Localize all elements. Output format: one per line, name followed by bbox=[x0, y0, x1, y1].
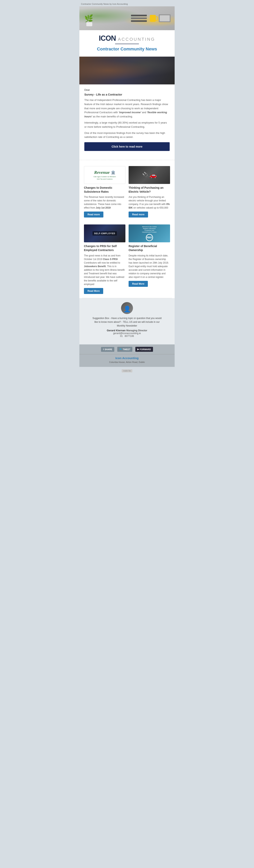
logo-bold: ICON bbox=[99, 34, 116, 42]
logo-underline bbox=[115, 44, 139, 44]
mug-icon bbox=[150, 15, 156, 22]
ev-read-more-button[interactable]: Read more bbox=[129, 212, 148, 217]
dear-text: Dear bbox=[84, 88, 170, 91]
laptop-icon bbox=[159, 14, 171, 22]
article-prsi-self-employed: SELF-EMPLOYED Changes to PRSI for Self E… bbox=[82, 224, 127, 296]
revenue-sub-text: Cáin agus Custaim na hÉireannIrish Tax a… bbox=[94, 176, 116, 180]
rbo-circle-icon: RBO bbox=[146, 234, 153, 241]
article-electric-vehicle: 🔌🚗 Thinking of Purchasing an Electric Ve… bbox=[127, 166, 172, 219]
intro-para1: The rise of Independent Professional Con… bbox=[84, 98, 170, 119]
share-button[interactable]: f SHARE bbox=[101, 347, 114, 352]
forward-icon: ▶ bbox=[137, 348, 139, 350]
revenue-image: Revenue 🏛️ Cáin agus Custaim na hÉireann… bbox=[84, 166, 125, 184]
self-employed-image: SELF-EMPLOYED bbox=[84, 224, 125, 242]
tweet-button[interactable]: 🐦 TWEET bbox=[117, 347, 133, 352]
avatar-person-icon: 👤 bbox=[123, 306, 131, 312]
avatar: 👤 bbox=[121, 302, 133, 314]
domestic-subsistence-title: Changes to Domestic Subsistence Rates bbox=[84, 186, 125, 194]
brand-footer-address: Columba House, Airton Road, Dublin bbox=[83, 361, 171, 364]
rbo-para: Despite missing its initial launch date,… bbox=[129, 254, 170, 279]
social-bar: f SHARE 🐦 TWEET ▶ FORWARD bbox=[79, 344, 175, 354]
logo: ICON ACCOUNTING bbox=[83, 34, 171, 42]
rbo-title: Register of Beneficial Ownership bbox=[129, 244, 170, 252]
article-domestic-subsistence: Revenue 🏛️ Cáin agus Custaim na hÉireann… bbox=[82, 166, 127, 219]
twitter-icon: 🐦 bbox=[119, 348, 122, 350]
prsi-read-more-button[interactable]: Read More bbox=[84, 288, 103, 294]
prsi-title: Changes to PRSI for Self Employed Contra… bbox=[84, 244, 125, 252]
click-here-read-more-button[interactable]: Click here to read more bbox=[84, 142, 170, 151]
rbo-text-icon: RBO bbox=[147, 236, 152, 239]
mailer-badge: mailer lite bbox=[122, 369, 133, 372]
email-container: 🌿 ICON bbox=[79, 6, 175, 367]
article-beneficial-ownership: Welcome to the CentralRegister of Busine… bbox=[127, 224, 172, 296]
mailer-footer: mailer lite bbox=[79, 367, 175, 374]
rbo-image: Welcome to the CentralRegister of Busine… bbox=[129, 224, 170, 242]
plant-leaves-icon: 🌿 bbox=[84, 14, 93, 23]
facebook-icon: f bbox=[103, 348, 104, 350]
domestic-subsistence-read-more-button[interactable]: Read more bbox=[84, 212, 103, 217]
logo-light: ACCOUNTING bbox=[118, 37, 155, 42]
suggestion-text: Suggestion Box - Have a burning topic or… bbox=[91, 316, 163, 328]
header-image-inner: 🌿 bbox=[79, 6, 175, 30]
main-article-image bbox=[79, 57, 175, 85]
self-employed-text-overlay: SELF-EMPLOYED bbox=[93, 231, 117, 236]
domestic-subsistence-para: The Revenue have recently increased some… bbox=[84, 195, 125, 210]
laptop-screen-icon bbox=[160, 15, 170, 21]
rbo-sub-title: Welcome to the CentralRegister of Busine… bbox=[142, 226, 156, 233]
revenue-logo-text: Revenue bbox=[94, 170, 110, 175]
desk-items bbox=[131, 14, 171, 22]
revenue-harp-icon: 🏛️ bbox=[111, 170, 115, 175]
main-image-inner bbox=[79, 57, 175, 85]
manager-name: Gerard Kiernan Managing Director bbox=[83, 329, 171, 332]
two-col-section-2: SELF-EMPLOYED Changes to PRSI for Self E… bbox=[79, 221, 175, 298]
intro-para3: One of the most impressive findings from… bbox=[84, 131, 170, 140]
header-image: 🌿 bbox=[79, 6, 175, 30]
manager-email: gerard@iconaccounting.ie bbox=[83, 332, 171, 335]
rbo-read-more-button[interactable]: Read More bbox=[129, 281, 148, 287]
intro-article-title: Survey - Life as a Contractor bbox=[84, 93, 170, 96]
prsi-para: The good news is that as and from Octobe… bbox=[84, 254, 125, 286]
two-col-section-1: Revenue 🏛️ Cáin agus Custaim na hÉireann… bbox=[79, 163, 175, 221]
brand-footer-name: Icon Accounting bbox=[83, 356, 171, 360]
footer-suggestion-section: 👤 Suggestion Box - Have a burning topic … bbox=[79, 298, 175, 345]
ev-title: Thinking of Purchasing an Electric Vehic… bbox=[129, 186, 170, 194]
top-label: Contractor Community News by Icon Accoun… bbox=[79, 2, 175, 6]
forward-button[interactable]: ▶ FORWARD bbox=[135, 347, 153, 352]
logo-section: ICON ACCOUNTING Contractor Community New… bbox=[79, 30, 175, 57]
ev-car-icon: 🔌🚗 bbox=[142, 172, 157, 179]
newsletter-title: Contractor Community News bbox=[83, 46, 171, 52]
ev-para: Are you thinking of Purchasing an electr… bbox=[129, 195, 170, 210]
plant-decoration: 🌿 bbox=[83, 10, 95, 26]
manager-phone: 01 8077106 bbox=[83, 335, 171, 338]
brand-footer: Icon Accounting Columba House, Airton Ro… bbox=[79, 354, 175, 367]
plant-pot-icon bbox=[86, 22, 92, 26]
ev-image: 🔌🚗 bbox=[129, 166, 170, 184]
intro-para2: Interestingly, a large majority (80.35%)… bbox=[84, 121, 170, 129]
article-body: Dear Survey - Life as a Contractor The r… bbox=[79, 85, 175, 157]
